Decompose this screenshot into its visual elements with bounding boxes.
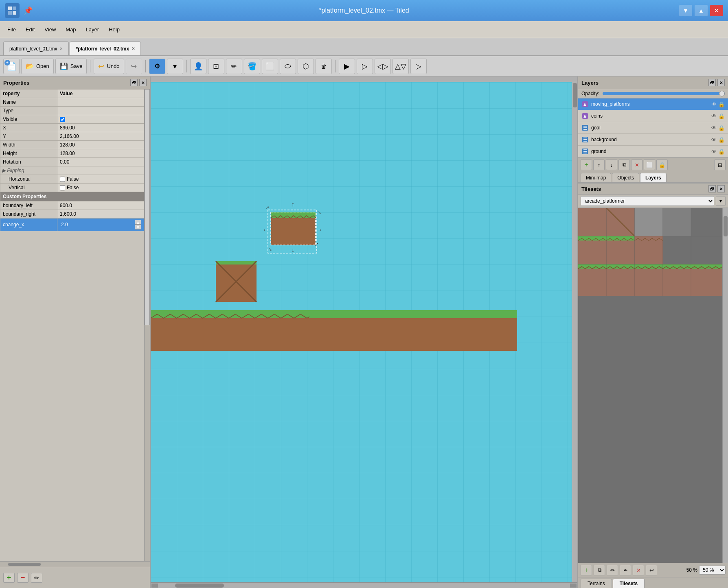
layers-close[interactable]: ✕ [717,79,725,86]
layer-eye-coins[interactable]: 👁 [711,113,717,119]
tool-flip[interactable]: △▽ [393,59,409,74]
tool-erase[interactable]: 🗑 [316,59,332,74]
canvas-top-scrollbar[interactable] [151,77,577,82]
layer-item-coins[interactable]: ♟ coins 👁 🔒 [578,110,728,122]
prop-val-name[interactable] [57,98,144,107]
menu-map[interactable]: Map [61,25,80,34]
canvas-bottom-scrollbar[interactable] [151,582,577,588]
horizontal-checkbox[interactable] [60,177,65,182]
pencil-tileset[interactable]: ✒ [620,565,631,575]
layer-eye-moving[interactable]: 👁 [711,101,717,107]
layer-lock-goal[interactable]: 🔒 [718,125,725,131]
prop-val-visible[interactable] [57,115,144,124]
move-layer-down[interactable]: ↓ [606,160,617,170]
tool-ellipse[interactable]: ⬭ [280,59,296,74]
vertical-checkbox[interactable] [60,185,65,190]
edit-property-button[interactable]: ✏ [31,573,42,583]
menu-file[interactable]: File [3,25,20,34]
layer-item-moving-platforms[interactable]: ♟ moving_platforms 👁 🔒 [578,98,728,110]
visible-checkbox[interactable] [60,117,65,122]
close-button[interactable]: ✕ [710,5,723,16]
menu-view[interactable]: View [40,25,60,34]
properties-hscrollbar[interactable] [0,561,150,567]
tileset-export[interactable]: ↩ [646,565,657,575]
open-button[interactable]: 📂 Open [21,59,54,74]
tab-close-01[interactable]: ✕ [59,46,63,51]
menu-edit[interactable]: Edit [22,25,39,34]
tilesets-close[interactable]: ✕ [717,185,725,192]
layer-lock-moving[interactable]: 🔒 [718,101,725,107]
add-property-button[interactable]: + [3,573,15,583]
layer-lock-background[interactable]: 🔒 [718,137,725,143]
properties-scrollbar[interactable] [144,89,150,561]
add-tileset-button[interactable]: + [581,565,592,575]
prop-val-width[interactable]: 128.00 [57,141,144,149]
layer-lock-all[interactable]: 🔒 [656,160,668,170]
mode-button-dropdown[interactable]: ▾ [167,59,183,74]
mode-button-1[interactable]: ⚙ [149,59,165,74]
edit-tileset[interactable]: ✏ [607,565,618,575]
prop-val-y[interactable]: 2,166.00 [57,132,144,141]
tab-objects[interactable]: Objects [612,173,639,182]
tilesets-restore[interactable]: 🗗 [708,185,716,192]
prop-val-horizontal[interactable]: False [57,175,144,184]
new-file-button[interactable]: 📄 + [3,59,20,74]
layers-restore[interactable]: 🗗 [708,79,716,86]
move-layer-up[interactable]: ↑ [593,160,605,170]
layer-item-background[interactable]: background 👁 🔒 [578,134,728,146]
tab-platform-02[interactable]: *platform_level_02.tmx ✕ [70,42,141,55]
tileset-dropdown[interactable]: arcade_platformer [581,196,714,206]
change-x-input[interactable] [60,221,135,228]
remove-tileset[interactable]: ✕ [633,565,644,575]
change-x-up[interactable]: ▲ [135,220,141,225]
prop-val-x[interactable]: 896.00 [57,124,144,132]
prop-val-type[interactable] [57,107,144,115]
tileset-visual[interactable] [578,208,728,563]
tab-layers[interactable]: Layers [640,173,667,182]
change-x-down[interactable]: ▼ [135,225,141,230]
tool-mirror[interactable]: ◁▷ [375,59,391,74]
prop-val-change-x[interactable]: ▲ ▼ [57,219,144,231]
prop-val-height[interactable]: 128.00 [57,149,144,158]
copy-tileset[interactable]: ⧉ [594,565,605,575]
add-layer-button[interactable]: + [581,160,592,170]
tab-platform-01[interactable]: platform_level_01.tmx ✕ [3,42,69,55]
tool-select[interactable]: ⊡ [208,59,224,74]
tileset-scrollbar[interactable] [722,208,728,563]
menu-layer[interactable]: Layer [82,25,103,34]
tool-polygon[interactable]: ⬡ [298,59,314,74]
undo-button[interactable]: ↩ Undo [94,59,124,74]
canvas-hscroll-thumb[interactable] [175,584,224,588]
layer-lock-ground[interactable]: 🔒 [718,149,725,155]
remove-property-button[interactable]: − [17,573,29,583]
tab-close-02[interactable]: ✕ [132,46,135,51]
canvas-side-scrollbar[interactable] [572,82,577,582]
remove-layer-button[interactable]: ✕ [631,160,642,170]
tool-shape[interactable]: ⬜ [262,59,278,74]
tab-terrains[interactable]: Terrains [581,579,612,588]
prop-val-rotation[interactable]: 0.00 [57,158,144,166]
tool-stamp[interactable]: 👤 [190,59,206,74]
tool-more-1[interactable]: ▶ [339,59,355,74]
pin-icon[interactable]: 📌 [24,6,33,15]
tool-fill[interactable]: 🪣 [244,59,260,74]
layer-lock-coins[interactable]: 🔒 [718,113,725,119]
tileset-zoom-select[interactable]: 25 % 50 % 75 % 100 % [699,566,726,575]
prop-row-change-x[interactable]: change_x ▲ ▼ [0,219,144,231]
prop-val-boundary-right[interactable]: 1,600.0 [57,210,144,219]
save-button[interactable]: 💾 Save [55,59,87,74]
duplicate-layer[interactable]: ⧉ [618,160,630,170]
opacity-slider[interactable] [603,92,725,95]
layer-item-goal[interactable]: goal 👁 🔒 [578,122,728,134]
layer-eye-ground[interactable]: 👁 [711,149,717,155]
layer-eye-goal[interactable]: 👁 [711,125,717,131]
minimize-button[interactable]: ▼ [679,5,692,16]
prop-val-vertical[interactable]: False [57,184,144,192]
tool-more-2[interactable]: ▷ [357,59,373,74]
layer-properties[interactable]: ⊞ [714,160,726,170]
layer-eye-background[interactable]: 👁 [711,137,717,143]
maximize-button[interactable]: ▲ [695,5,708,16]
tab-minimap[interactable]: Mini-map [581,173,611,182]
layer-item-ground[interactable]: ground 👁 🔒 [578,146,728,157]
properties-close[interactable]: ✕ [139,79,147,86]
